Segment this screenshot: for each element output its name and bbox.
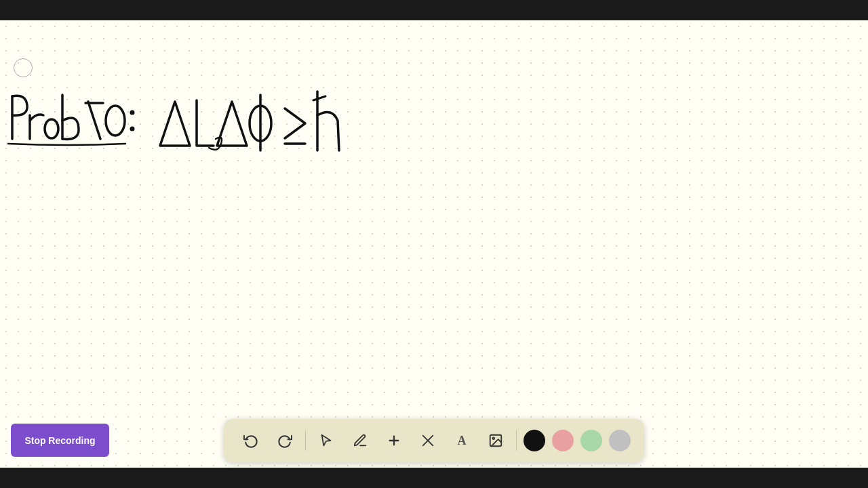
undo-button[interactable] — [236, 426, 266, 455]
eraser-tool-button[interactable] — [413, 426, 443, 455]
svg-point-2 — [130, 110, 135, 115]
svg-point-1 — [106, 106, 125, 136]
top-bar — [0, 0, 868, 20]
toolbar-separator-1 — [305, 430, 306, 451]
redo-button[interactable] — [270, 426, 300, 455]
toolbar: A — [224, 419, 644, 462]
select-tool-button[interactable] — [311, 426, 341, 455]
toolbar-separator-2 — [516, 430, 517, 451]
color-pink-button[interactable] — [552, 430, 574, 451]
color-black-button[interactable] — [524, 430, 545, 451]
handwriting-canvas — [0, 20, 868, 468]
svg-point-0 — [45, 119, 58, 138]
color-gray-button[interactable] — [609, 430, 631, 451]
add-button[interactable] — [379, 426, 409, 455]
text-tool-button[interactable]: A — [447, 426, 477, 455]
stop-recording-button[interactable]: Stop Recording — [11, 424, 109, 457]
svg-point-3 — [130, 127, 135, 131]
image-tool-button[interactable] — [481, 426, 511, 455]
bottom-bar — [0, 468, 868, 488]
pen-tool-button[interactable] — [345, 426, 375, 455]
svg-point-10 — [492, 437, 494, 439]
color-green-button[interactable] — [580, 430, 602, 451]
canvas-area[interactable] — [0, 20, 868, 468]
